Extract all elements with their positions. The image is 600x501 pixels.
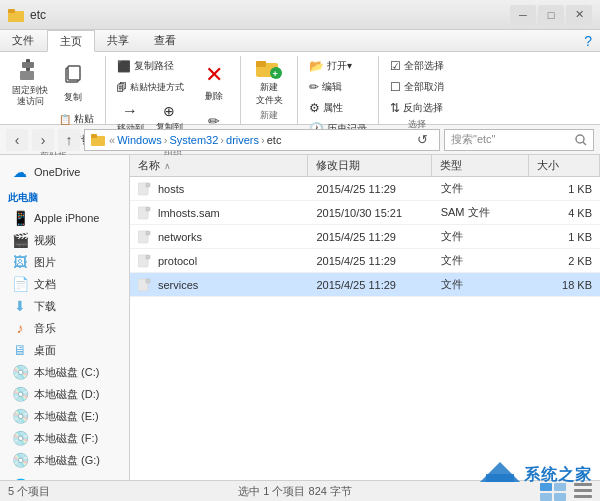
sidebar-item-diske[interactable]: 💿 本地磁盘 (E:)	[0, 405, 129, 427]
refresh-button[interactable]: ↺	[411, 129, 433, 151]
copy-to-icon: ⊕	[163, 103, 175, 119]
onedrive-icon: ☁	[12, 164, 28, 180]
sidebar-diske-label: 本地磁盘 (E:)	[34, 409, 99, 424]
sidebar-item-download[interactable]: ⬇ 下载	[0, 295, 129, 317]
file-size-lmhosts: 4 KB	[530, 207, 600, 219]
col-header-date[interactable]: 修改日期	[308, 155, 432, 177]
copy-label: 复制	[64, 91, 82, 104]
ribbon-content: 固定到快速访问 复制 📋 粘贴 ✂ 剪切	[0, 52, 600, 124]
col-type-label: 类型	[440, 158, 462, 173]
copy-button[interactable]: 复制	[54, 56, 92, 108]
copy-path-button[interactable]: ⬛ 复制路径	[112, 56, 192, 76]
diske-icon: 💿	[12, 408, 28, 424]
help-button[interactable]: ?	[576, 30, 600, 51]
edit-icon: ✏	[309, 80, 319, 94]
ribbon-group-select: ☑ 全部选择 ☐ 全部取消 ⇅ 反向选择 选择	[381, 56, 455, 124]
sidebar-desktop-label: 桌面	[34, 343, 56, 358]
window-controls: ─ □ ✕	[510, 5, 592, 25]
file-name-networks: networks	[130, 230, 308, 244]
file-row-hosts[interactable]: hosts 2015/4/25 11:29 文件 1 KB	[130, 177, 600, 201]
svg-rect-23	[146, 231, 150, 235]
sidebar-item-iphone[interactable]: 📱 Apple iPhone	[0, 207, 129, 229]
search-bar[interactable]: 搜索"etc"	[444, 129, 594, 151]
delete-button[interactable]: ✕ 删除	[194, 56, 234, 108]
back-button[interactable]: ‹	[6, 129, 28, 151]
address-bar[interactable]: « Windows › System32 › drivers › etc ↺	[84, 129, 440, 151]
window-title: etc	[30, 8, 510, 22]
svg-rect-34	[574, 483, 592, 486]
svg-rect-26	[146, 255, 150, 259]
forward-button[interactable]: ›	[32, 129, 54, 151]
tab-view[interactable]: 查看	[142, 30, 189, 51]
sidebar-section-thispc: 此电脑 📱 Apple iPhone 🎬 视频 🖼 图片 📄 文档 ⬇ 下载	[0, 187, 129, 471]
sidebar-item-document[interactable]: 📄 文档	[0, 273, 129, 295]
select-none-button[interactable]: ☐ 全部取消	[385, 77, 449, 97]
move-icon: →	[122, 102, 138, 120]
paste-button[interactable]: 📋 粘贴	[54, 109, 99, 129]
col-header-size[interactable]: 大小	[529, 155, 600, 177]
paste-shortcut-button[interactable]: 🗐 粘贴快捷方式	[112, 77, 192, 97]
maximize-button[interactable]: □	[538, 5, 564, 25]
close-button[interactable]: ✕	[566, 5, 592, 25]
pin-icon	[16, 57, 44, 83]
sidebar-item-picture[interactable]: 🖼 图片	[0, 251, 129, 273]
up-button[interactable]: ↑	[58, 129, 80, 151]
col-header-name[interactable]: 名称 ∧	[130, 155, 308, 177]
file-row-services[interactable]: services 2015/4/25 11:29 文件 18 KB	[130, 273, 600, 297]
file-name-services: services	[130, 278, 308, 292]
file-row-protocol[interactable]: protocol 2015/4/25 11:29 文件 2 KB	[130, 249, 600, 273]
svg-rect-2	[20, 71, 34, 80]
address-system32[interactable]: System32	[169, 134, 218, 146]
sidebar-item-music[interactable]: ♪ 音乐	[0, 317, 129, 339]
sidebar-item-diskf[interactable]: 💿 本地磁盘 (F:)	[0, 427, 129, 449]
address-drivers[interactable]: drivers	[226, 134, 259, 146]
tab-file[interactable]: 文件	[0, 30, 47, 51]
sidebar-item-desktop[interactable]: 🖥 桌面	[0, 339, 129, 361]
sidebar-section-network: 🌐 网络 🏠 家庭组	[0, 475, 129, 480]
svg-rect-6	[68, 66, 80, 80]
sidebar-item-diskc[interactable]: 💿 本地磁盘 (C:)	[0, 361, 129, 383]
diskd-icon: 💿	[12, 386, 28, 402]
col-header-type[interactable]: 类型	[432, 155, 529, 177]
sidebar-item-diskg[interactable]: 💿 本地磁盘 (G:)	[0, 449, 129, 471]
new-folder-button[interactable]: + 新建文件夹	[247, 56, 291, 108]
tab-home[interactable]: 主页	[47, 30, 95, 52]
open-button[interactable]: 📂 打开▾	[304, 56, 372, 76]
title-bar: etc ─ □ ✕	[0, 0, 600, 30]
properties-button[interactable]: ⚙ 属性	[304, 98, 372, 118]
invert-select-label: 反向选择	[403, 101, 443, 115]
minimize-button[interactable]: ─	[510, 5, 536, 25]
new-folder-icon: +	[255, 57, 283, 79]
view-options-icon	[540, 481, 568, 502]
file-row-networks[interactable]: networks 2015/4/25 11:29 文件 1 KB	[130, 225, 600, 249]
sidebar-item-onedrive[interactable]: ☁ OneDrive	[0, 161, 129, 183]
svg-point-13	[576, 135, 584, 143]
address-windows[interactable]: Windows	[117, 134, 162, 146]
svg-rect-17	[146, 183, 150, 187]
svg-line-14	[583, 142, 586, 145]
file-icon-networks	[138, 230, 152, 244]
file-row-lmhosts[interactable]: lmhosts.sam 2015/10/30 15:21 SAM 文件 4 KB	[130, 201, 600, 225]
delete-label: 删除	[205, 90, 223, 103]
pin-to-quickaccess-button[interactable]: 固定到快速访问	[8, 56, 52, 108]
tab-share[interactable]: 共享	[95, 30, 142, 51]
svg-rect-20	[146, 207, 150, 211]
select-all-button[interactable]: ☑ 全部选择	[385, 56, 449, 76]
invert-select-button[interactable]: ⇅ 反向选择	[385, 98, 449, 118]
file-type-networks: 文件	[433, 229, 530, 244]
file-list-header: 名称 ∧ 修改日期 类型 大小	[130, 155, 600, 177]
file-list-container[interactable]: 名称 ∧ 修改日期 类型 大小 hosts 2015/4/25 11:29 文件	[130, 155, 600, 480]
file-type-services: 文件	[433, 277, 530, 292]
sidebar-item-diskd[interactable]: 💿 本地磁盘 (D:)	[0, 383, 129, 405]
sidebar-item-video[interactable]: 🎬 视频	[0, 229, 129, 251]
file-icon-hosts	[138, 182, 152, 196]
sidebar-item-network[interactable]: 🌐 网络	[0, 475, 129, 480]
sidebar-picture-label: 图片	[34, 255, 56, 270]
status-items-selected: 选中 1 个项目 824 字节	[238, 484, 352, 499]
sidebar-onedrive-label: OneDrive	[34, 166, 80, 178]
file-icon-protocol	[138, 254, 152, 268]
file-size-services: 18 KB	[530, 279, 600, 291]
file-type-lmhosts: SAM 文件	[433, 205, 530, 220]
file-date-protocol: 2015/4/25 11:29	[308, 255, 432, 267]
edit-button[interactable]: ✏ 编辑	[304, 77, 372, 97]
